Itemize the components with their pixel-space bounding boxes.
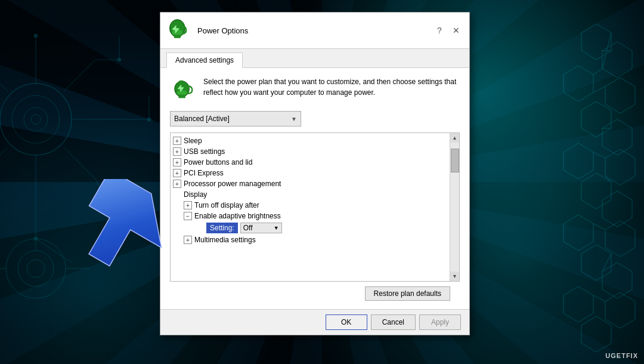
- apply-button[interactable]: Apply: [419, 314, 461, 330]
- svg-rect-62: [179, 81, 184, 84]
- svg-line-20: [593, 87, 605, 92]
- dialog-title: Power Options: [197, 26, 428, 35]
- setting-value: Off: [243, 224, 271, 232]
- svg-line-45: [36, 239, 72, 263]
- help-button[interactable]: ?: [432, 23, 447, 38]
- cancel-button[interactable]: Cancel: [371, 314, 416, 330]
- svg-point-29: [24, 107, 48, 131]
- svg-marker-2: [564, 66, 593, 101]
- svg-point-51: [18, 251, 54, 286]
- pci-label: PCI Express: [184, 169, 224, 177]
- tree-item-usb[interactable]: + USB settings: [171, 146, 450, 157]
- plan-dropdown-arrow-icon: ▼: [291, 116, 297, 122]
- tree-item-adaptive-brightness[interactable]: − Enable adaptive brightness: [171, 211, 450, 221]
- svg-point-52: [27, 260, 45, 277]
- titlebar: Power Options ? ✕: [160, 13, 469, 49]
- scroll-thumb[interactable]: [451, 149, 459, 172]
- expand-power-btn-icon[interactable]: +: [173, 158, 181, 166]
- restore-defaults-button[interactable]: Restore plan defaults: [365, 286, 450, 301]
- svg-marker-11: [605, 221, 635, 257]
- tree-item-power-buttons[interactable]: + Power buttons and lid: [171, 157, 450, 168]
- svg-marker-5: [602, 119, 632, 155]
- display-label: Display: [184, 190, 207, 199]
- svg-marker-8: [581, 173, 611, 209]
- tree-item-multimedia[interactable]: + Multimedia settings: [171, 235, 450, 245]
- svg-marker-56: [72, 179, 179, 274]
- svg-point-48: [147, 118, 151, 121]
- svg-marker-15: [605, 292, 635, 328]
- svg-point-46: [34, 34, 38, 38]
- expand-turnoff-icon[interactable]: +: [184, 201, 192, 209]
- tree-item-turnoff-display[interactable]: + Turn off display after: [171, 200, 450, 211]
- svg-line-34: [64, 147, 95, 179]
- svg-line-19: [593, 69, 602, 75]
- setting-label: Setting:: [206, 223, 238, 233]
- expand-sleep-icon[interactable]: +: [173, 137, 181, 145]
- svg-marker-14: [564, 286, 593, 322]
- scroll-up-button[interactable]: ▲: [450, 133, 460, 143]
- close-button[interactable]: ✕: [449, 23, 463, 38]
- svg-marker-13: [602, 263, 632, 298]
- watermark: UGETFIX: [605, 352, 638, 359]
- svg-marker-0: [581, 24, 611, 60]
- svg-line-26: [593, 295, 605, 301]
- svg-line-24: [593, 224, 605, 230]
- expand-adaptive-icon[interactable]: −: [184, 212, 192, 220]
- setting-row: Setting: Off ▼: [171, 221, 450, 235]
- tree-list: + Sleep + USB settings + Power buttons a…: [171, 133, 450, 281]
- svg-line-22: [593, 152, 605, 158]
- tree-item-display[interactable]: Display: [171, 189, 450, 200]
- expand-pci-icon[interactable]: +: [173, 169, 181, 177]
- svg-line-32: [64, 60, 95, 91]
- expand-usb-icon[interactable]: +: [173, 147, 181, 156]
- power-buttons-label: Power buttons and lid: [184, 158, 252, 166]
- tree-scrollbar: ▲ ▼: [450, 133, 459, 281]
- svg-line-36: [0, 147, 8, 179]
- svg-marker-4: [581, 101, 611, 137]
- svg-marker-7: [605, 149, 635, 185]
- scroll-track: [450, 143, 460, 272]
- sleep-label: Sleep: [184, 137, 202, 145]
- scroll-down-button[interactable]: ▼: [450, 272, 460, 281]
- setting-dropdown-arrow-icon: ▼: [274, 225, 279, 231]
- svg-point-27: [0, 84, 72, 155]
- dialog-footer: OK Cancel Apply: [160, 309, 469, 335]
- svg-point-47: [117, 58, 121, 61]
- processor-label: Processor power management: [184, 180, 281, 188]
- svg-marker-3: [605, 78, 635, 113]
- tree-item-pci[interactable]: + PCI Express: [171, 168, 450, 178]
- svg-marker-9: [602, 191, 632, 227]
- svg-marker-16: [581, 316, 611, 352]
- svg-point-30: [31, 115, 41, 124]
- svg-point-28: [12, 95, 60, 143]
- setting-dropdown[interactable]: Off ▼: [240, 223, 282, 233]
- expand-multimedia-icon[interactable]: +: [184, 236, 192, 244]
- description-text: Select the power plan that you want to c…: [203, 76, 460, 103]
- power-options-icon: [166, 17, 193, 44]
- ok-button[interactable]: OK: [326, 314, 367, 330]
- adaptive-label: Enable adaptive brightness: [194, 212, 281, 220]
- turnoff-label: Turn off display after: [194, 201, 259, 209]
- power-options-dialog: Power Options ? ✕ Advanced settings Sele…: [160, 12, 470, 335]
- plan-dropdown-text: Balanced [Active]: [174, 115, 291, 123]
- svg-marker-1: [602, 42, 632, 78]
- description-row: Select the power plan that you want to c…: [170, 76, 460, 103]
- multimedia-label: Multimedia settings: [194, 236, 256, 244]
- desc-power-icon: [170, 76, 196, 103]
- tree-item-processor[interactable]: + Processor power management: [171, 178, 450, 189]
- dialog-content: Select the power plan that you want to c…: [160, 68, 469, 309]
- titlebar-controls: ? ✕: [432, 23, 463, 38]
- restore-area: Restore plan defaults: [170, 286, 460, 301]
- tab-advanced-settings[interactable]: Advanced settings: [166, 53, 243, 68]
- usb-label: USB settings: [184, 147, 225, 156]
- blue-arrow-icon: [72, 179, 179, 274]
- blue-arrow-container: [72, 179, 179, 276]
- svg-marker-10: [564, 215, 593, 251]
- tab-area: Advanced settings: [160, 49, 469, 68]
- plan-dropdown[interactable]: Balanced [Active] ▼: [170, 111, 301, 127]
- tree-container: + Sleep + USB settings + Power buttons a…: [170, 132, 460, 282]
- svg-rect-59: [175, 21, 179, 24]
- svg-marker-6: [564, 143, 593, 179]
- svg-line-38: [0, 60, 8, 91]
- tree-item-sleep[interactable]: + Sleep: [171, 135, 450, 146]
